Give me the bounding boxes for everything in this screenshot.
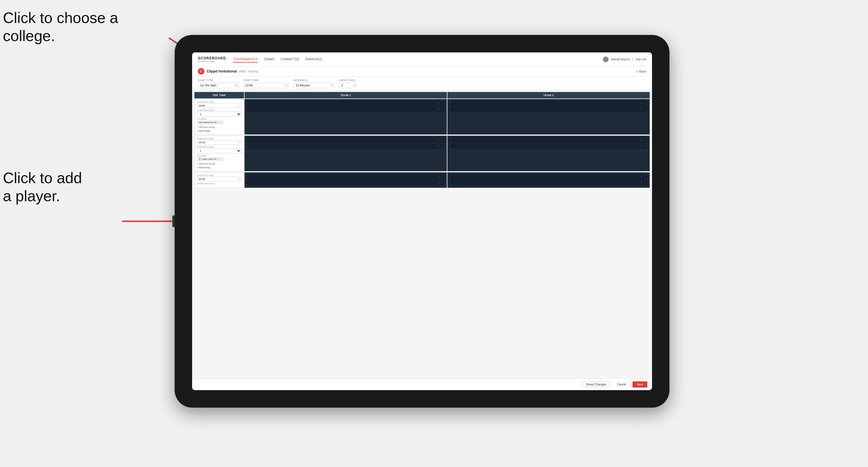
starting-time-field-3: STARTING TIME: ⏱ — [197, 175, 241, 181]
player-slot[interactable]: ✕ ⌄ — [450, 180, 647, 185]
clock-icon-2: ⏱ — [238, 141, 240, 144]
course-tag-2[interactable]: 🏌 East Lake GC × ⌄ — [197, 157, 223, 161]
x-icon: ✕ — [640, 181, 643, 184]
course-tags-2: 🏌 East Lake GC × ⌄ — [197, 157, 241, 161]
start-time-group: Start Time — [243, 79, 289, 88]
player-slot[interactable]: ✕ ⌄ — [450, 137, 647, 143]
annotation-choose-college: Click to choose a college. — [3, 9, 118, 45]
player-slot[interactable]: ✕ ⌄ — [247, 106, 444, 112]
brand-title: SCOREBOARD — [198, 56, 226, 60]
nav-link-tournaments[interactable]: TOURNAMENTS — [233, 56, 258, 63]
expand-icon: ⌄ — [644, 175, 646, 178]
course-label-1: COURSE: — [197, 118, 241, 120]
table-header: Tee Time Team 1 Team 2 — [192, 92, 652, 98]
starting-hole-label-3: STARTING HOLE: — [197, 183, 241, 185]
back-button[interactable]: < Back — [636, 70, 646, 73]
starting-hole-wrap-2: 1 — [197, 148, 241, 153]
add-group-btn-1[interactable]: + Add Group — [197, 129, 241, 132]
start-type-select[interactable]: 1st Tee Start — [198, 83, 239, 88]
group-left-3: STARTING TIME: ⏱ STARTING HOLE: — [194, 173, 244, 188]
sign-out-link[interactable]: Sign out — [636, 58, 646, 61]
add-group-btn-2[interactable]: + Add Group — [197, 166, 241, 169]
intervals-select[interactable]: 10 Minutes — [294, 83, 335, 88]
starting-hole-select-1[interactable]: 1 — [197, 112, 241, 117]
group-row: STARTING TIME: ⏱ STARTING HOLE: ✕ — [194, 173, 650, 188]
nav-link-committee[interactable]: COMMITTEE — [280, 56, 300, 63]
player-slot[interactable]: ✕ ⌄ — [247, 101, 444, 106]
course-tag-1[interactable]: (A) Peachtree GC × ⌄ — [197, 120, 224, 124]
course-icon-2: 🏌 — [198, 158, 202, 160]
starting-hole-wrap-1: 1 — [197, 112, 241, 117]
event-tag: (Men) — [239, 70, 246, 73]
expand-icon: ⌄ — [644, 145, 646, 147]
group-right-3: ✕ ⌄ ✕ ⌄ — [447, 173, 650, 188]
course-tag-text-1: (A) Peachtree GC — [198, 121, 217, 124]
expand-icon: ⌄ — [441, 145, 443, 147]
start-time-select-wrap[interactable] — [243, 83, 289, 88]
start-type-select-wrap[interactable]: 1st Tee Start — [198, 83, 239, 88]
group-right-2: ✕ ⌄ ✕ ⌄ — [447, 136, 650, 171]
player-slot[interactable]: ✕ ⌄ — [450, 143, 647, 149]
player-slot[interactable]: ✕ ⌄ — [247, 174, 444, 179]
group-center-3: ✕ ⌄ ✕ ⌄ — [245, 173, 447, 188]
remove-group-btn-2[interactable]: ○ Remove Group — [197, 162, 241, 165]
player-slot[interactable]: ✕ ⌄ — [247, 137, 444, 143]
x-icon: ✕ — [437, 145, 440, 147]
expand-icon: ⌄ — [441, 108, 443, 111]
player-slot[interactable]: ✕ ⌄ — [247, 143, 444, 149]
player-slot[interactable]: ✕ ⌄ — [247, 180, 444, 185]
expand-icon: ⌄ — [644, 102, 646, 105]
group-size-select-wrap[interactable]: 3 — [339, 83, 356, 88]
x-icon: ✕ — [640, 138, 643, 142]
player-slot[interactable]: ✕ ⌄ — [450, 106, 647, 112]
cancel-button[interactable]: Cancel — [613, 381, 630, 387]
expand-icon: ⌄ — [441, 138, 443, 142]
sub-header: C Clippd Invitational (Men) Hosting < Ba… — [192, 66, 652, 76]
tablet-side-button — [172, 215, 175, 227]
course-tag-text-2: East Lake GC — [202, 158, 217, 160]
course-tags-1: (A) Peachtree GC × ⌄ — [197, 120, 241, 124]
event-title: Clippd Invitational — [207, 69, 237, 73]
starting-time-wrap-3: ⏱ — [197, 177, 241, 181]
group-row: STARTING TIME: ⏱ STARTING HOLE: 1 — [194, 136, 650, 171]
remove-group-btn-1[interactable]: ○ Remove Group — [197, 125, 241, 129]
navbar: SCOREBOARD Powered by clippd TOURNAMENTS… — [192, 53, 652, 66]
course-tag-remove-2[interactable]: × — [218, 157, 219, 160]
course-tag-expand-2[interactable]: ⌄ — [220, 158, 222, 160]
nav-right: blair@clippd.io | Sign out — [603, 57, 646, 62]
groups-container: STARTING TIME: ⏱ STARTING HOLE: 1 — [192, 98, 652, 188]
starting-time-wrap-1: ⏱ — [197, 103, 241, 108]
group-actions-2: ○ Remove Group + Add Group — [197, 162, 241, 169]
course-label-2: COURSE: — [197, 155, 241, 157]
course-tag-remove-1[interactable]: × — [218, 121, 219, 124]
group-size-group: Group Size 3 — [339, 79, 356, 88]
save-button[interactable]: Save — [632, 381, 647, 387]
start-type-label: Start Type — [198, 79, 239, 82]
starting-hole-label-1: STARTING HOLE: — [197, 109, 241, 111]
nav-link-rankings[interactable]: RANKINGS — [305, 56, 322, 63]
starting-time-input-3[interactable] — [197, 177, 241, 181]
player-slot[interactable]: ✕ ⌄ — [450, 174, 647, 179]
th-team2: Team 2 — [447, 92, 650, 98]
start-time-input[interactable] — [243, 83, 289, 88]
nav-link-teams[interactable]: TEAMS — [264, 56, 275, 63]
starting-time-input-1[interactable] — [197, 103, 241, 108]
nav-links: TOURNAMENTS TEAMS COMMITTEE RANKINGS — [233, 56, 603, 63]
course-tag-expand-1[interactable]: ⌄ — [220, 121, 222, 124]
x-icon: ✕ — [437, 108, 440, 111]
group-size-select[interactable]: 3 — [339, 83, 356, 88]
x-icon: ✕ — [437, 181, 440, 184]
user-email: blair@clippd.io — [611, 58, 630, 61]
group-center-2: ✕ ⌄ ✕ ⌄ — [245, 136, 447, 171]
reset-changes-button[interactable]: Reset Changes — [582, 381, 611, 388]
intervals-select-wrap[interactable]: 10 Minutes — [294, 83, 335, 88]
controls-row: Start Type 1st Tee Start Start Time Inte… — [192, 76, 652, 90]
starting-time-input-2[interactable] — [197, 140, 241, 145]
x-icon: ✕ — [437, 138, 440, 142]
starting-hole-label-2: STARTING HOLE: — [197, 146, 241, 148]
intervals-label: Intervals — [294, 79, 335, 82]
group-center-1: ✕ ⌄ ✕ ⌄ — [245, 99, 447, 134]
hosting-label: Hosting — [248, 70, 258, 73]
player-slot[interactable]: ✕ ⌄ — [450, 101, 647, 106]
starting-hole-select-2[interactable]: 1 — [197, 148, 241, 153]
